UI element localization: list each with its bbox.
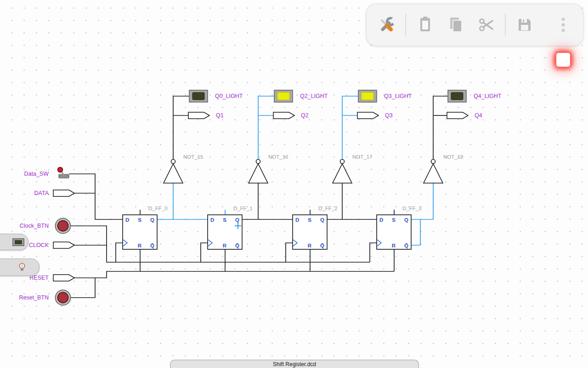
led-Q4_LIGHT[interactable]: Q4_LIGHT (448, 90, 502, 102)
not-gate-name: NOT_18 (443, 154, 463, 160)
flip-flop-name: D_FF_1 (233, 206, 253, 211)
output-pin-label: Q1 (216, 112, 224, 119)
led-Q3_LIGHT[interactable]: Q3_LIGHT (358, 90, 412, 102)
output-pin-Q3[interactable]: Q3 (357, 112, 393, 119)
file-tab[interactable]: Shift Register.dcd (170, 360, 419, 368)
main-toolbar (366, 4, 583, 46)
tools-button[interactable] (375, 10, 397, 40)
wire-black[interactable] (286, 243, 293, 262)
schematic-canvas[interactable]: DSQRQ̄D_FF_0DSQRQ̄D_FF_1DSQRQ̄D_FF_2DSQR… (0, 0, 588, 368)
wire-black[interactable] (116, 243, 123, 262)
d-flip-flop-D_FF_3[interactable]: DSQRQ̄D_FF_3 (377, 206, 422, 249)
input-label: CLOCK (29, 242, 49, 248)
stop-simulation-button[interactable] (551, 48, 575, 72)
input-pin-DATA[interactable]: DATA (34, 190, 74, 196)
ff-pin-q: Q (320, 217, 324, 223)
input-label: Clock_BTN (20, 223, 49, 229)
wire-blue[interactable] (342, 96, 358, 159)
wire-black[interactable] (71, 278, 95, 298)
input-label: DATA (34, 190, 49, 196)
ff-pin-qbar: Q̄ (150, 243, 154, 248)
input-label: Data_SW (24, 171, 49, 177)
ff-pin-qbar: Q̄ (235, 243, 239, 248)
wire-black[interactable] (201, 243, 208, 262)
paste-button[interactable] (414, 10, 436, 40)
copy-icon (445, 15, 465, 35)
cut-button[interactable] (475, 10, 497, 40)
ff-pin-r: R (392, 243, 396, 248)
ff-pin-r: R (223, 243, 227, 248)
wire-black[interactable] (433, 96, 448, 159)
output-pin-label: Q3 (385, 112, 393, 119)
output-pin-Q4[interactable]: Q4 (447, 112, 482, 119)
wire-black[interactable] (173, 96, 189, 159)
not-gate-NOT_15[interactable]: NOT_15 (164, 154, 203, 183)
ff-pin-s: S (308, 217, 311, 223)
flip-flop-name: D_FF_2 (318, 206, 338, 211)
stop-icon (556, 53, 570, 67)
ff-pin-s: S (223, 217, 226, 223)
d-flip-flop-D_FF_1[interactable]: DSQRQ̄D_FF_1 (208, 206, 253, 249)
output-pin-label: Q4 (475, 112, 482, 119)
flip-flop-name: D_FF_3 (402, 206, 422, 211)
led-label: Q4_LIGHT (474, 93, 502, 99)
ff-pin-q: Q (150, 217, 154, 223)
input-pin-RESET[interactable]: RESET (29, 275, 74, 281)
input-pin-CLOCK[interactable]: CLOCK (29, 242, 74, 248)
push-button-Clock_BTN[interactable]: Clock_BTN (20, 218, 71, 234)
copy-button[interactable] (444, 10, 467, 40)
flip-flop-name: D_FF_0 (148, 206, 168, 211)
not-gate-NOT_18[interactable]: NOT_18 (424, 154, 463, 183)
ff-pin-d: D (125, 217, 129, 223)
wire-black[interactable] (370, 243, 377, 262)
save-icon (514, 15, 535, 35)
input-label: Reset_BTN (19, 294, 49, 301)
led-Q2_LIGHT[interactable]: Q2_LIGHT (274, 90, 328, 102)
led-widget-icon (12, 238, 24, 246)
file-tab-label: Shift Register.dcd (273, 361, 316, 368)
wire-black[interactable] (95, 271, 394, 278)
ff-pin-qbar: Q̄ (404, 243, 408, 248)
not-gate-name: NOT_17 (352, 154, 372, 160)
ff-pin-r: R (138, 243, 142, 248)
led-label: Q0_LIGHT (215, 93, 243, 99)
output-pin-Q2[interactable]: Q2 (273, 112, 309, 119)
toolbar-separator (505, 14, 506, 36)
led-label: Q2_LIGHT (300, 93, 328, 99)
ff-pin-s: S (392, 217, 396, 223)
side-widget-lamp[interactable] (0, 259, 40, 276)
output-pin-label: Q2 (301, 112, 309, 119)
not-gate-NOT_17[interactable]: NOT_17 (333, 154, 372, 183)
not-gate-name: NOT_15 (183, 154, 203, 160)
not-gate-name: NOT_16 (268, 154, 288, 160)
d-flip-flop-D_FF_2[interactable]: DSQRQ̄D_FF_2 (293, 206, 338, 249)
wire-blue[interactable] (258, 96, 274, 159)
wire-blue[interactable] (411, 219, 420, 245)
paste-icon (415, 15, 435, 35)
vertical-ellipsis-icon (553, 15, 573, 35)
ff-pin-d: D (210, 217, 214, 223)
led-label: Q3_LIGHT (384, 93, 412, 99)
tools-icon (376, 15, 396, 35)
ff-pin-d: D (379, 217, 383, 223)
wire-black[interactable] (69, 174, 123, 219)
toolbar-separator (405, 14, 406, 36)
lamp-widget-icon (18, 262, 26, 272)
toggle-switch-Data_SW[interactable]: Data_SW (24, 167, 69, 178)
output-pin-Q1[interactable]: Q1 (188, 112, 224, 119)
save-button[interactable] (514, 10, 536, 40)
ff-pin-q: Q (235, 217, 239, 223)
push-button-Reset_BTN[interactable]: Reset_BTN (19, 290, 70, 305)
ff-pin-r: R (308, 243, 312, 248)
led-Q0_LIGHT[interactable]: Q0_LIGHT (189, 90, 243, 102)
ff-pin-q: Q (404, 217, 408, 223)
d-flip-flop-D_FF_0[interactable]: DSQRQ̄D_FF_0 (123, 206, 168, 249)
not-gate-NOT_16[interactable]: NOT_16 (249, 154, 288, 183)
ff-pin-qbar: Q̄ (320, 243, 324, 248)
side-widget-led[interactable] (0, 234, 28, 250)
more-options-button[interactable] (552, 10, 575, 40)
ff-pin-d: D (295, 217, 299, 223)
scissors-icon (476, 15, 496, 35)
ff-pin-s: S (138, 217, 141, 223)
